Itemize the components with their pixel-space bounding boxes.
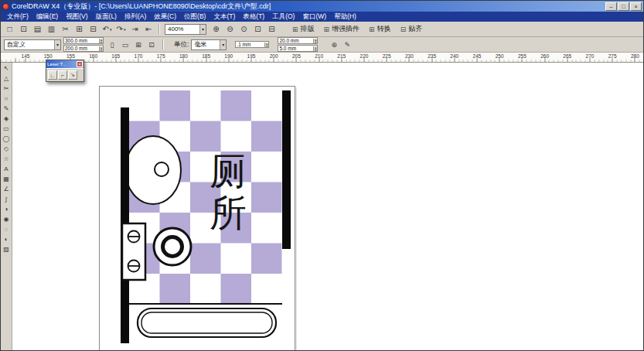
- polygon-tool[interactable]: ◇: [2, 144, 12, 154]
- ellipse-tool[interactable]: ◯: [2, 134, 12, 144]
- toilet-valve-bottom[interactable]: [128, 261, 140, 272]
- minimize-button[interactable]: –: [605, 2, 617, 11]
- zoom-width-icon[interactable]: ⊟: [265, 23, 278, 36]
- text-tool[interactable]: A: [2, 164, 12, 174]
- cut-icon[interactable]: ✂: [59, 23, 72, 36]
- chevron-down-icon[interactable]: ▾: [54, 40, 60, 49]
- pick-tool[interactable]: ↖: [2, 63, 12, 73]
- outline-tool[interactable]: ◌: [2, 224, 12, 234]
- fill-tool[interactable]: ◐: [2, 234, 12, 244]
- duplicate-x-field[interactable]: 20.0 mm ▴▾: [278, 37, 318, 44]
- table-tool[interactable]: ▦: [2, 174, 12, 184]
- zoom-selected-icon[interactable]: ⊙: [237, 23, 250, 36]
- menu-item[interactable]: 位图(B): [180, 12, 210, 22]
- floating-toolbar[interactable]: Laser T... × ∟⌐↘: [46, 60, 84, 82]
- zoom-in-icon[interactable]: ⊕: [210, 23, 223, 36]
- page-width-field[interactable]: 300.0 mm ▴▾: [63, 37, 104, 44]
- menu-item[interactable]: 视图(V): [62, 12, 91, 22]
- plugin-convert-button[interactable]: ⊞转换: [365, 22, 395, 36]
- menu-item[interactable]: 版面(L): [92, 12, 121, 22]
- zoom-page-icon[interactable]: ⊡: [251, 23, 264, 36]
- all-pages-button[interactable]: ⊞: [132, 39, 145, 51]
- blend-tool[interactable]: ◑: [2, 204, 12, 214]
- room-label-char[interactable]: 厕: [210, 151, 247, 192]
- spinner[interactable]: ▴▾: [264, 43, 268, 47]
- open-icon[interactable]: ⊡: [17, 23, 30, 36]
- spinner[interactable]: ▴▾: [99, 46, 103, 51]
- print-icon[interactable]: ▥: [45, 23, 58, 36]
- dimension-tool[interactable]: ∠: [2, 184, 12, 194]
- toolbar-icon-group: □⊡▤▥✂⊞⊟↶▾↷▾⇥⇤: [3, 23, 155, 36]
- canvas-area[interactable]: 厕 所: [12, 63, 643, 351]
- propbar-separator: [162, 39, 163, 49]
- nudge-offset-field[interactable]: .1 mm ▴▾: [235, 41, 269, 48]
- spinner[interactable]: ▴▾: [313, 46, 317, 51]
- freehand-tool[interactable]: ✎: [2, 104, 12, 114]
- landscape-button[interactable]: ▭: [119, 39, 131, 51]
- menu-item[interactable]: 编辑(E): [32, 12, 62, 22]
- toilet-bowl-outer[interactable]: [154, 228, 191, 265]
- basic-shapes-tool[interactable]: ☆: [2, 154, 12, 164]
- redo-icon[interactable]: ↷▾: [114, 23, 128, 36]
- select-tool-icon[interactable]: ↘: [68, 70, 77, 80]
- options-button[interactable]: ⊛: [328, 39, 340, 51]
- units-combo[interactable]: 毫米 ▾: [191, 39, 227, 50]
- page-preset-combo[interactable]: 自定义 ▾: [4, 39, 61, 50]
- plugin-snap-button[interactable]: ⊟贴齐: [397, 22, 427, 36]
- draw-settings-button[interactable]: ✎: [341, 39, 353, 51]
- corner-tool-icon[interactable]: ∟: [48, 70, 57, 80]
- plugin-layout-button[interactable]: ⊞排版: [288, 22, 319, 36]
- rectangle-tool[interactable]: ▭: [2, 124, 12, 134]
- plugin-enhance-button[interactable]: ⊞增强插件: [320, 22, 364, 36]
- menu-item[interactable]: 效果(C): [150, 12, 180, 22]
- undo-icon[interactable]: ↶▾: [101, 23, 114, 36]
- zoom-level-combo[interactable]: 400% ▾: [165, 24, 206, 35]
- portrait-button[interactable]: ▯: [106, 39, 118, 51]
- eyedropper-tool[interactable]: ◉: [2, 214, 12, 224]
- export-icon[interactable]: ⇤: [142, 23, 155, 36]
- close-button[interactable]: ×: [630, 2, 642, 11]
- palette-close-button[interactable]: ×: [77, 61, 83, 67]
- drawing-page[interactable]: 厕 所: [99, 86, 295, 351]
- chevron-down-icon[interactable]: ▾: [110, 27, 112, 32]
- page-height-value: 200.0 mm: [65, 46, 87, 51]
- chamfer-tool-icon[interactable]: ⌐: [58, 70, 67, 80]
- crop-tool[interactable]: ✂: [2, 83, 12, 94]
- chevron-down-icon[interactable]: ▾: [220, 40, 226, 49]
- interactive-fill-tool[interactable]: ▨: [2, 244, 12, 254]
- import-icon[interactable]: ⇥: [128, 23, 141, 36]
- menu-item[interactable]: 帮助(H): [330, 12, 360, 22]
- wall-right[interactable]: [282, 90, 291, 249]
- save-icon[interactable]: ▤: [31, 23, 44, 36]
- sink-shape[interactable]: [125, 136, 181, 204]
- menu-item[interactable]: 表格(T): [239, 12, 268, 22]
- toilet-valve-top[interactable]: [128, 231, 140, 243]
- menu-item[interactable]: 文本(T): [210, 12, 239, 22]
- menu-item[interactable]: 文件(F): [3, 12, 32, 22]
- ruler-tick-label: 195: [247, 53, 256, 59]
- chevron-down-icon[interactable]: ▾: [199, 25, 206, 34]
- ruler-tick-label: 250: [496, 53, 504, 59]
- paste-icon[interactable]: ⊟: [87, 23, 100, 36]
- spinner[interactable]: ▴▾: [313, 39, 317, 43]
- spinner[interactable]: ▴▾: [99, 39, 103, 43]
- floating-toolbar-titlebar[interactable]: Laser T... ×: [46, 60, 83, 68]
- shape-tool[interactable]: △: [2, 73, 12, 83]
- new-document-icon[interactable]: □: [3, 23, 16, 36]
- maximize-button[interactable]: □: [618, 2, 629, 11]
- duplicate-y-field[interactable]: 5.0 mm ▴▾: [278, 45, 318, 52]
- page-height-field[interactable]: 200.0 mm ▴▾: [63, 45, 104, 52]
- menu-item[interactable]: 排列(A): [121, 12, 150, 22]
- zoom-tool[interactable]: ○: [2, 94, 12, 104]
- menu-item[interactable]: 工具(O): [268, 12, 298, 22]
- chevron-down-icon[interactable]: ▾: [124, 27, 126, 32]
- horizontal-ruler[interactable]: 1451501551601651701751801851901952002052…: [1, 53, 643, 63]
- smart-fill-tool[interactable]: ◈: [2, 114, 12, 124]
- connector-tool[interactable]: ʃ: [2, 194, 12, 204]
- zoom-out-icon[interactable]: ⊖: [223, 23, 237, 36]
- current-page-button[interactable]: ⊡: [145, 39, 158, 51]
- copy-icon[interactable]: ⊞: [73, 23, 86, 36]
- room-label-char[interactable]: 所: [210, 193, 247, 233]
- menu-item[interactable]: 窗口(W): [298, 12, 330, 22]
- sink-drain[interactable]: [155, 162, 169, 176]
